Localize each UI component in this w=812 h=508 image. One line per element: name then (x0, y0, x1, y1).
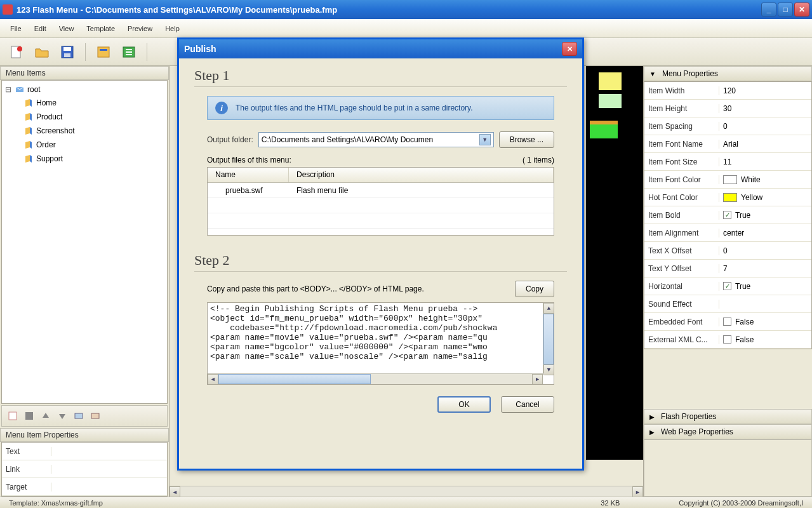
hscrollbar[interactable]: ◄► (208, 373, 543, 384)
menu-help[interactable]: Help (159, 22, 186, 35)
menu-file[interactable]: File (4, 22, 28, 35)
scroll-left-button[interactable]: ◄ (170, 486, 180, 497)
property-row[interactable]: Item Alignmentcenter (644, 224, 811, 242)
property-row[interactable]: Text Y Offset7 (644, 260, 811, 277)
output-folder-combo[interactable]: C:\Documents and Settings\ALVARO\My Docu… (258, 132, 494, 147)
col-name[interactable]: Name (208, 168, 289, 182)
right-panel: ▼Menu Properties Item Width120Item Heigh… (643, 66, 812, 497)
scroll-right-button[interactable]: ► (532, 374, 543, 385)
tree-item[interactable]: Product (21, 110, 164, 124)
vscroll-thumb[interactable] (543, 314, 554, 364)
property-row[interactable]: Item Width120 (644, 82, 811, 100)
root-icon (15, 84, 25, 95)
property-row[interactable]: Embedded FontFalse (644, 313, 811, 331)
outdent-button[interactable] (88, 409, 102, 423)
scroll-down-button[interactable]: ▼ (543, 364, 554, 375)
property-key: Item Bold (644, 211, 719, 220)
item-props-header: Menu Item Properties (0, 428, 169, 442)
property-value: Arial (723, 140, 738, 149)
property-row[interactable]: Sound Effect (644, 295, 811, 313)
table-row[interactable]: prueba.swf Flash menu file (208, 183, 554, 198)
col-description[interactable]: Description (289, 168, 554, 182)
save-button[interactable] (57, 43, 77, 62)
menu-template[interactable]: Template (80, 22, 121, 35)
property-row[interactable]: Item Font NameArial (644, 135, 811, 153)
ok-button[interactable]: OK (437, 396, 491, 413)
tree-item-label: Home (36, 98, 57, 107)
prop-text-label: Text (2, 447, 51, 456)
cell-name: prueba.swf (208, 185, 289, 196)
property-value: True (735, 211, 750, 220)
menu-tree[interactable]: ⊟ root HomeProductScreenshotOrderSupport (1, 80, 168, 404)
browse-button[interactable]: Browse ... (499, 131, 554, 148)
close-button[interactable]: ✕ (794, 3, 809, 17)
add-item-button[interactable] (6, 409, 20, 423)
preview-hscroll[interactable]: ◄ ► (170, 486, 643, 497)
property-row[interactable]: Hot Font ColorYellow (644, 189, 811, 206)
dialog-close-button[interactable]: ✕ (562, 42, 577, 56)
checkbox[interactable] (723, 335, 731, 344)
minimize-button[interactable]: _ (761, 3, 776, 17)
checkbox[interactable]: ✓ (723, 211, 731, 219)
menu-edit[interactable]: Edit (28, 22, 53, 35)
copy-button[interactable]: Copy (515, 281, 554, 297)
tree-item[interactable]: Screenshot (21, 124, 164, 138)
scroll-left-button[interactable]: ◄ (208, 374, 218, 385)
hscroll-thumb[interactable] (218, 374, 371, 384)
chevron-down-icon: ▼ (649, 70, 656, 77)
flash-properties-header[interactable]: ▶Flash Properties (644, 409, 812, 424)
files-count: ( 1 items) (522, 156, 554, 164)
svg-rect-3 (63, 47, 71, 51)
menu-view[interactable]: View (53, 22, 81, 35)
export-button[interactable] (119, 43, 139, 62)
item-icon (23, 154, 34, 164)
property-row[interactable]: Item Font Size11 (644, 153, 811, 171)
move-down-button[interactable] (55, 409, 69, 423)
checkbox[interactable] (723, 318, 731, 326)
color-swatch (723, 193, 737, 202)
combo-dropdown-button[interactable]: ▼ (479, 134, 491, 145)
publish-button[interactable] (93, 43, 114, 62)
property-row[interactable]: Horizontal✓True (644, 277, 811, 295)
property-value: 120 (723, 86, 736, 95)
tree-item[interactable]: Support (21, 152, 164, 166)
cancel-button[interactable]: Cancel (501, 396, 554, 413)
scroll-up-button[interactable]: ▲ (543, 303, 554, 314)
web-properties-header[interactable]: ▶Web Page Properties (644, 424, 812, 439)
property-key: Item Font Name (644, 140, 719, 149)
indent-button[interactable] (72, 409, 86, 423)
step1-header: Step 1 (194, 67, 567, 87)
menu-properties-header[interactable]: ▼Menu Properties (644, 66, 812, 81)
property-row[interactable]: Item Font ColorWhite (644, 171, 811, 189)
code-textarea[interactable]: <!-- Begin Publishing Scripts of Flash M… (207, 302, 554, 385)
tree-item[interactable]: Home (21, 96, 164, 110)
item-icon (23, 98, 34, 108)
property-row[interactable]: Item Spacing0 (644, 117, 811, 135)
menu-properties-grid: Item Width120Item Height30Item Spacing0I… (644, 81, 812, 349)
property-value: 11 (723, 157, 731, 166)
tree-toolbar (1, 405, 168, 427)
tree-root[interactable]: ⊟ root (4, 83, 164, 96)
scroll-right-button[interactable]: ► (632, 486, 643, 497)
expand-icon[interactable]: ⊟ (4, 85, 12, 94)
checkbox[interactable]: ✓ (723, 282, 731, 290)
status-size: 32 KB (547, 499, 674, 507)
menu-preview[interactable]: Preview (121, 22, 159, 35)
item-props-table: Text Link Target (1, 442, 168, 497)
property-row[interactable]: Item Height30 (644, 100, 811, 117)
tree-item[interactable]: Order (21, 138, 164, 152)
move-up-button[interactable] (39, 409, 53, 423)
new-button[interactable] (6, 43, 27, 62)
delete-item-button[interactable] (22, 409, 36, 423)
maximize-button[interactable]: □ (778, 3, 793, 17)
property-value: 0 (723, 122, 728, 131)
preview-gift-icon (590, 121, 618, 138)
output-folder-label: Output folder: (207, 135, 253, 144)
property-row[interactable]: Text X Offset0 (644, 242, 811, 260)
svg-rect-8 (9, 412, 17, 420)
property-row[interactable]: External XML C...False (644, 331, 811, 349)
open-button[interactable] (32, 43, 52, 62)
dialog-title: Publish (184, 44, 562, 54)
vscrollbar[interactable]: ▲▼ (543, 303, 554, 373)
property-row[interactable]: Item Bold✓True (644, 206, 811, 224)
